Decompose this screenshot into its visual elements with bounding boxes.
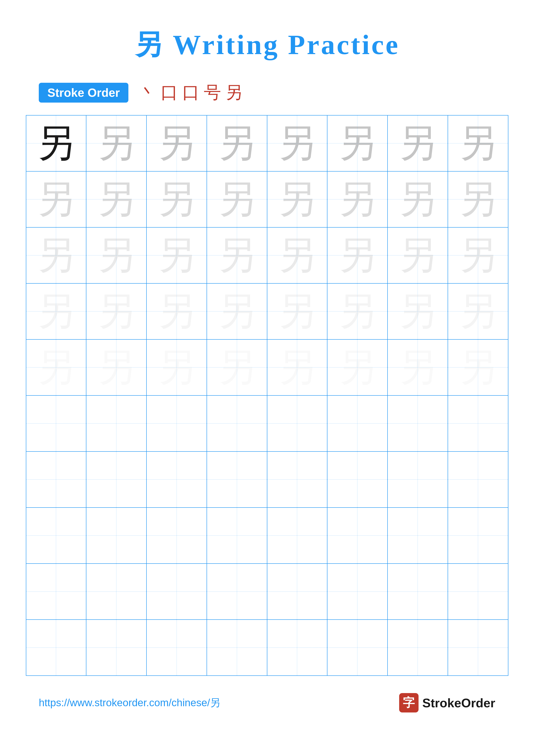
grid-cell[interactable]: 另 bbox=[267, 228, 327, 284]
grid-cell[interactable]: 另 bbox=[207, 339, 267, 395]
char-faded: 另 bbox=[278, 178, 317, 221]
grid-cell[interactable]: 另 bbox=[146, 339, 207, 395]
grid-cell[interactable] bbox=[26, 451, 87, 507]
footer-url[interactable]: https://www.strokeorder.com/chinese/另 bbox=[39, 696, 220, 710]
grid-cell[interactable] bbox=[26, 620, 87, 676]
grid-cell[interactable]: 另 bbox=[207, 284, 267, 339]
grid-cell[interactable] bbox=[26, 564, 87, 620]
char-faded: 另 bbox=[97, 290, 136, 333]
grid-cell[interactable] bbox=[448, 507, 508, 564]
grid-cell[interactable]: 另 bbox=[146, 115, 207, 171]
grid-cell[interactable]: 另 bbox=[26, 115, 87, 171]
grid-cell[interactable] bbox=[388, 620, 448, 676]
grid-cell[interactable] bbox=[86, 507, 146, 564]
grid-cell[interactable]: 另 bbox=[86, 228, 146, 284]
grid-cell[interactable]: 另 bbox=[26, 339, 87, 395]
grid-cell[interactable]: 另 bbox=[86, 115, 146, 171]
char-faded: 另 bbox=[398, 346, 437, 389]
grid-cell[interactable]: 另 bbox=[388, 171, 448, 228]
grid-cell[interactable] bbox=[327, 395, 388, 451]
grid-cell[interactable]: 另 bbox=[86, 339, 146, 395]
grid-cell[interactable] bbox=[388, 395, 448, 451]
grid-cell[interactable] bbox=[146, 507, 207, 564]
grid-cell[interactable] bbox=[448, 564, 508, 620]
grid-cell[interactable] bbox=[207, 507, 267, 564]
grid-cell[interactable] bbox=[327, 451, 388, 507]
grid-cell[interactable] bbox=[86, 451, 146, 507]
grid-cell[interactable]: 另 bbox=[26, 171, 87, 228]
grid-cell[interactable]: 另 bbox=[267, 284, 327, 339]
grid-cell[interactable] bbox=[388, 564, 448, 620]
char-faded: 另 bbox=[398, 234, 437, 277]
char-faded: 另 bbox=[157, 290, 196, 333]
grid-cell[interactable]: 另 bbox=[146, 228, 207, 284]
grid-cell[interactable]: 另 bbox=[327, 339, 388, 395]
grid-cell[interactable] bbox=[26, 507, 87, 564]
grid-cell[interactable] bbox=[267, 507, 327, 564]
char-faded: 另 bbox=[97, 346, 136, 389]
char-faded: 另 bbox=[217, 122, 256, 165]
grid-cell[interactable]: 另 bbox=[388, 339, 448, 395]
char-faded: 另 bbox=[459, 234, 497, 277]
grid-cell[interactable] bbox=[327, 507, 388, 564]
grid-cell[interactable] bbox=[267, 451, 327, 507]
grid-cell[interactable]: 另 bbox=[267, 171, 327, 228]
grid-cell[interactable] bbox=[448, 451, 508, 507]
grid-cell[interactable] bbox=[26, 395, 87, 451]
grid-cell[interactable]: 另 bbox=[267, 115, 327, 171]
char-faded: 另 bbox=[157, 122, 196, 165]
grid-cell[interactable]: 另 bbox=[26, 284, 87, 339]
char-faded: 另 bbox=[398, 178, 437, 221]
grid-cell[interactable]: 另 bbox=[327, 171, 388, 228]
grid-cell[interactable] bbox=[207, 620, 267, 676]
grid-cell[interactable] bbox=[146, 451, 207, 507]
stroke-seq-4: 号 bbox=[204, 81, 221, 104]
grid-cell[interactable]: 另 bbox=[86, 284, 146, 339]
grid-cell[interactable]: 另 bbox=[26, 228, 87, 284]
char-faded: 另 bbox=[157, 178, 196, 221]
grid-cell[interactable] bbox=[207, 564, 267, 620]
grid-cell[interactable] bbox=[267, 395, 327, 451]
grid-cell[interactable] bbox=[207, 395, 267, 451]
grid-cell[interactable]: 另 bbox=[448, 284, 508, 339]
char-faded: 另 bbox=[97, 234, 136, 277]
grid-cell[interactable]: 另 bbox=[388, 228, 448, 284]
grid-cell[interactable] bbox=[448, 620, 508, 676]
grid-cell[interactable] bbox=[86, 395, 146, 451]
grid-cell[interactable] bbox=[388, 507, 448, 564]
grid-cell[interactable] bbox=[267, 564, 327, 620]
grid-cell[interactable]: 另 bbox=[327, 115, 388, 171]
grid-cell[interactable] bbox=[327, 564, 388, 620]
grid-cell[interactable]: 另 bbox=[448, 339, 508, 395]
char-faded: 另 bbox=[37, 346, 75, 389]
grid-cell[interactable]: 另 bbox=[388, 115, 448, 171]
grid-cell[interactable]: 另 bbox=[327, 284, 388, 339]
grid-cell[interactable]: 另 bbox=[207, 228, 267, 284]
grid-cell[interactable]: 另 bbox=[448, 171, 508, 228]
table-row: 另 另 另 另 另 另 另 另 bbox=[26, 115, 508, 171]
grid-cell[interactable] bbox=[146, 620, 207, 676]
grid-cell[interactable]: 另 bbox=[146, 171, 207, 228]
grid-cell[interactable] bbox=[86, 620, 146, 676]
grid-cell[interactable]: 另 bbox=[207, 115, 267, 171]
grid-cell[interactable]: 另 bbox=[86, 171, 146, 228]
grid-cell[interactable] bbox=[448, 395, 508, 451]
grid-cell[interactable] bbox=[267, 620, 327, 676]
grid-cell[interactable] bbox=[207, 451, 267, 507]
grid-cell[interactable]: 另 bbox=[267, 339, 327, 395]
grid-cell[interactable]: 另 bbox=[207, 171, 267, 228]
grid-cell[interactable] bbox=[86, 564, 146, 620]
grid-cell[interactable] bbox=[327, 620, 388, 676]
grid-cell[interactable] bbox=[146, 564, 207, 620]
logo-char: 字 bbox=[403, 695, 415, 711]
page: 另 Writing Practice Stroke Order 丶 口 口 号 … bbox=[0, 0, 534, 756]
grid-cell[interactable]: 另 bbox=[448, 228, 508, 284]
grid-cell[interactable]: 另 bbox=[388, 284, 448, 339]
char-faded: 另 bbox=[278, 290, 317, 333]
table-row bbox=[26, 564, 508, 620]
grid-cell[interactable]: 另 bbox=[327, 228, 388, 284]
grid-cell[interactable]: 另 bbox=[146, 284, 207, 339]
grid-cell[interactable]: 另 bbox=[448, 115, 508, 171]
grid-cell[interactable] bbox=[388, 451, 448, 507]
grid-cell[interactable] bbox=[146, 395, 207, 451]
